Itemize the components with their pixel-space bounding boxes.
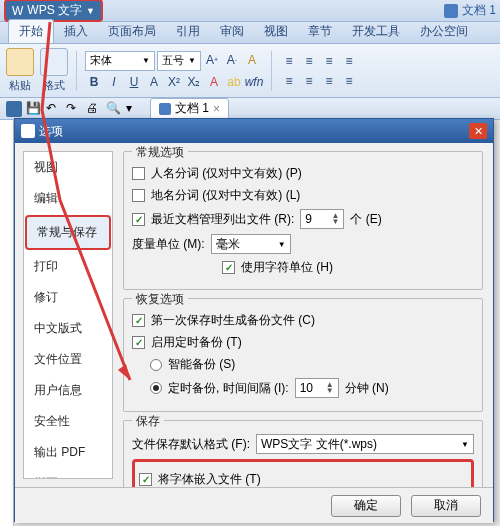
qat-save-icon[interactable]: 💾 <box>26 101 42 117</box>
smart-backup-radio[interactable] <box>150 359 162 371</box>
first-save-backup-checkbox[interactable]: ✓ <box>132 314 145 327</box>
titlebar: W WPS 文字 ▼ 文档 1 <box>0 0 500 22</box>
dialog-icon <box>21 124 35 138</box>
format-label: 格式 <box>43 78 65 93</box>
name-split-label: 人名分词 (仅对中文有效) (P) <box>151 165 302 182</box>
unit-label: 度量单位 (M): <box>132 236 205 253</box>
format-painter-button[interactable] <box>40 48 68 76</box>
tab-home[interactable]: 开始 <box>8 19 54 43</box>
style-gallery-button[interactable]: A <box>243 51 261 69</box>
wfn-button[interactable]: wfn <box>245 73 263 91</box>
align-center-button[interactable]: ≡ <box>300 72 318 90</box>
document-icon <box>159 103 171 115</box>
place-split-checkbox[interactable] <box>132 189 145 202</box>
tab-section[interactable]: 章节 <box>298 20 342 43</box>
align-left-button[interactable]: ≡ <box>280 72 298 90</box>
grow-font-button[interactable]: A+ <box>203 51 221 69</box>
app-logo: W <box>12 4 23 18</box>
document-tab[interactable]: 文档 1 × <box>150 98 229 119</box>
tab-view[interactable]: 视图 <box>254 20 298 43</box>
general-group: 常规选项 人名分词 (仅对中文有效) (P) 地名分词 (仅对中文有效) (L)… <box>123 151 483 290</box>
nav-edit[interactable]: 编辑 <box>24 183 112 214</box>
doc-indicator: 文档 1 <box>444 2 496 19</box>
tab-office-space[interactable]: 办公空间 <box>410 20 478 43</box>
indent-inc-button[interactable]: ≡ <box>340 52 358 70</box>
char-unit-label: 使用字符单位 (H) <box>241 259 333 276</box>
numbering-button[interactable]: ≡ <box>300 52 318 70</box>
shrink-font-button[interactable]: A- <box>223 51 241 69</box>
font-name-select[interactable]: 宋体 ▼ <box>85 51 155 71</box>
ribbon-toolbar: 粘贴 格式 宋体 ▼ 五号 ▼ A+ A- A B I U A X² X₂ A <box>0 44 500 98</box>
close-tab-icon[interactable]: × <box>213 102 220 116</box>
smart-backup-label: 智能备份 (S) <box>168 356 235 373</box>
ok-label: 确定 <box>354 497 378 514</box>
italic-button[interactable]: I <box>105 73 123 91</box>
nav-output-pdf[interactable]: 输出 PDF <box>24 437 112 468</box>
dialog-footer: 确定 取消 <box>15 487 493 523</box>
chevron-down-icon: ▼ <box>142 56 150 65</box>
default-format-label: 文件保存默认格式 (F): <box>132 436 250 453</box>
place-split-label: 地名分词 (仅对中文有效) (L) <box>151 187 300 204</box>
underline-button[interactable]: U <box>125 73 143 91</box>
tab-page-layout[interactable]: 页面布局 <box>98 20 166 43</box>
qat-app-icon[interactable] <box>6 101 22 117</box>
align-right-button[interactable]: ≡ <box>320 72 338 90</box>
default-format-select[interactable]: WPS文字 文件(*.wps) ▼ <box>256 434 474 454</box>
general-group-title: 常规选项 <box>132 144 188 161</box>
options-content: 常规选项 人名分词 (仅对中文有效) (P) 地名分词 (仅对中文有效) (L)… <box>113 143 493 487</box>
tab-references[interactable]: 引用 <box>166 20 210 43</box>
sub-button[interactable]: X₂ <box>185 73 203 91</box>
recent-unit-label: 个 (E) <box>350 211 381 228</box>
cancel-button[interactable]: 取消 <box>411 495 481 517</box>
qat-redo-icon[interactable]: ↷ <box>66 101 82 117</box>
nav-view[interactable]: 视图 <box>24 152 112 183</box>
font-size-select[interactable]: 五号 ▼ <box>157 51 201 71</box>
font-color-button[interactable]: A <box>205 73 223 91</box>
bullets-button[interactable]: ≡ <box>280 52 298 70</box>
paste-button[interactable] <box>6 48 34 76</box>
ok-button[interactable]: 确定 <box>331 495 401 517</box>
auto-backup-checkbox[interactable]: ✓ <box>132 336 145 349</box>
interval-backup-label: 定时备份, 时间间隔 (I): <box>168 380 289 397</box>
doc-tab-label: 文档 1 <box>175 100 209 117</box>
super-button[interactable]: X² <box>165 73 183 91</box>
nav-file-location[interactable]: 文件位置 <box>24 344 112 375</box>
interval-backup-radio[interactable] <box>150 382 162 394</box>
char-unit-checkbox[interactable]: ✓ <box>222 261 235 274</box>
bold-button[interactable]: B <box>85 73 103 91</box>
qat-undo-icon[interactable]: ↶ <box>46 101 62 117</box>
nav-user-info[interactable]: 用户信息 <box>24 375 112 406</box>
default-format-value: WPS文字 文件(*.wps) <box>261 436 377 453</box>
interval-unit-label: 分钟 (N) <box>345 380 389 397</box>
recent-count-spinner[interactable]: 9 ▲▼ <box>300 209 344 229</box>
tab-review[interactable]: 审阅 <box>210 20 254 43</box>
name-split-checkbox[interactable] <box>132 167 145 180</box>
nav-spell[interactable]: 拼写 <box>24 468 112 479</box>
align-justify-button[interactable]: ≡ <box>340 72 358 90</box>
tab-developer[interactable]: 开发工具 <box>342 20 410 43</box>
interval-spinner[interactable]: 10 ▲▼ <box>295 378 339 398</box>
recent-docs-checkbox[interactable]: ✓ <box>132 213 145 226</box>
spinner-arrows-icon: ▲▼ <box>331 213 339 225</box>
nav-general-save[interactable]: 常规与保存 <box>25 215 111 250</box>
document-icon <box>444 4 458 18</box>
qat-more-icon[interactable]: ▾ <box>126 101 142 117</box>
cancel-label: 取消 <box>434 497 458 514</box>
nav-security[interactable]: 安全性 <box>24 406 112 437</box>
embed-fonts-checkbox[interactable]: ✓ <box>139 473 152 486</box>
qat-print-icon[interactable]: 🖨 <box>86 101 102 117</box>
font-name-value: 宋体 <box>90 53 112 68</box>
nav-print[interactable]: 打印 <box>24 251 112 282</box>
nav-revision[interactable]: 修订 <box>24 282 112 313</box>
qat-preview-icon[interactable]: 🔍 <box>106 101 122 117</box>
close-button[interactable]: ✕ <box>469 123 487 139</box>
highlight-button[interactable]: ab <box>225 73 243 91</box>
tab-insert[interactable]: 插入 <box>54 20 98 43</box>
nav-chinese-layout[interactable]: 中文版式 <box>24 313 112 344</box>
indent-dec-button[interactable]: ≡ <box>320 52 338 70</box>
font-stack: 宋体 ▼ 五号 ▼ A+ A- A B I U A X² X₂ A ab wfn <box>85 51 263 91</box>
strike-button[interactable]: A <box>145 73 163 91</box>
paste-group: 粘贴 <box>6 48 34 93</box>
unit-select[interactable]: 毫米 ▼ <box>211 234 291 254</box>
paragraph-stack: ≡ ≡ ≡ ≡ ≡ ≡ ≡ ≡ <box>280 52 358 90</box>
